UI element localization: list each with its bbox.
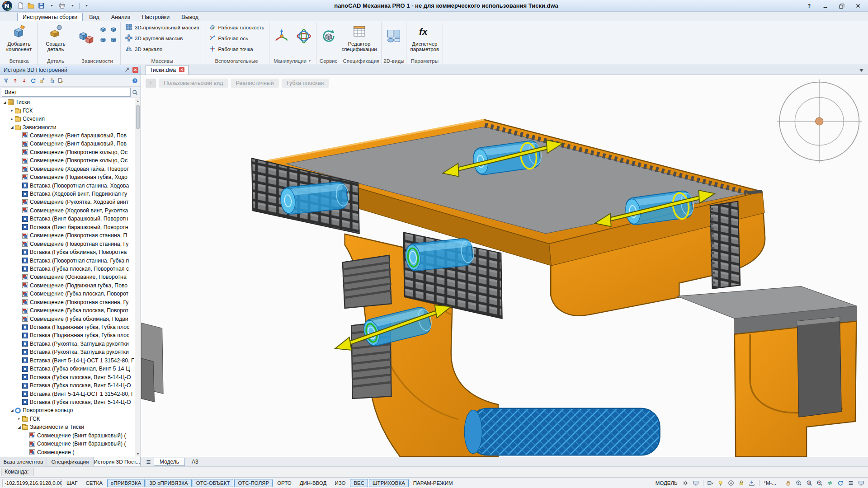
scroll-up-icon[interactable]: ▲ [135,98,141,104]
expand-icon[interactable]: ▸ [9,108,15,113]
settings-icon[interactable] [681,479,690,487]
constraint-type-2-button[interactable] [108,25,118,34]
viewport[interactable]: +Пользовательский видРеалистичныйГубка п… [141,75,868,457]
scale-list-icon[interactable] [706,479,715,487]
spec-editor-button[interactable]: Редактор спецификации [343,22,376,53]
collapse-icon[interactable]: ◢ [2,100,8,104]
save-dropdown[interactable] [47,1,57,10]
minimize-button[interactable] [817,1,834,11]
search-icon[interactable] [131,89,139,96]
status-toggle-вес[interactable]: ВЕС [350,479,368,487]
tree-item[interactable]: Вставка (Губка плоская, Винт 5-14-Ц-О [0,373,135,381]
print-dropdown[interactable] [67,1,77,10]
save-file-button[interactable] [36,1,46,10]
tree-item[interactable]: ◢Зависимости в Тиски [0,423,135,431]
model-jaw-plate-right[interactable] [710,202,740,289]
status-toggle-изо[interactable]: ИЗО [331,479,349,487]
lock-ui-icon[interactable] [737,479,746,487]
tree-item[interactable]: Совмещение (Основание, Поворотна [0,273,135,281]
move-down-button[interactable] [20,77,28,84]
command-history-icon[interactable] [846,479,855,487]
tree-item[interactable]: Вставка (Подвижная губка, Губка плос [0,331,135,339]
views-2d-button[interactable] [383,22,404,50]
tree-item[interactable]: ▸ГСК [0,415,135,423]
tree-item[interactable]: Совмещение (Поворотная станина, Гу [0,298,135,306]
status-toggle-опривязка[interactable]: оПРИВЯЗКА [107,479,145,487]
collapse-icon[interactable]: ◢ [9,125,15,129]
ribbon-tab-1[interactable]: Инструменты сборки [17,13,83,21]
tree-item[interactable]: Вставка (Винт 5-14-Ц-ОСТ 1 31542-80, Г [0,357,135,365]
close-tab-icon[interactable] [179,67,184,74]
tree-item[interactable]: Совмещение (Поворотная станина, Гу [0,239,135,248]
nanocad-logo[interactable] [2,0,13,11]
workspace-label[interactable]: *М-... [762,480,778,486]
tree-item[interactable]: ◢Зависимости [0,123,135,131]
tree-item[interactable]: Вставка (Губка обжимная, Поворотна [0,248,135,256]
tree-item[interactable]: Совмещение (Подвижная губка, Пово [0,282,135,290]
tree-item[interactable]: ◢Тиски [0,98,135,106]
work-plane-button[interactable]: Рабочая плоскость [206,22,267,33]
move-manipulator-button[interactable] [271,22,292,50]
add-component-button[interactable]: Добавить компонент [3,22,35,53]
close-button[interactable] [850,1,866,11]
tree-item[interactable]: Совмещение (Поворотное кольцо, Ос [0,156,135,164]
expand-icon[interactable]: ▸ [9,117,15,121]
tree-item[interactable]: Вставка (Винт барашковый, Поворотн [0,215,135,223]
command-input[interactable] [34,468,867,476]
array-polar-button[interactable]: 3D-круговой массив [123,33,202,44]
tree-item[interactable]: Вставка (Винт 5-14-Ц-ОСТ 1 31542-80, Г [0,389,135,398]
command-line[interactable]: Команда: [0,466,868,477]
view-name-button[interactable]: Пользовательский вид [159,79,228,88]
array-rect-button[interactable]: 3D-прямоугольный массив [123,22,202,33]
tree-item[interactable]: Совмещение ( [0,448,135,456]
search-input[interactable] [2,88,131,97]
annotation-visibility-icon[interactable] [716,479,726,487]
create-part-button[interactable]: Создать деталь [39,22,72,53]
status-toggle-дин-ввод[interactable]: ДИН-ВВОД [296,479,330,487]
tree-item[interactable]: Совмещение (Ходовой винт, Рукоятка [0,206,135,215]
refresh-button[interactable] [29,77,37,84]
status-toggle-отс-объект[interactable]: ОТС-ОБЪЕКТ [193,479,234,487]
collapse-icon[interactable]: ◢ [16,425,22,429]
pan-icon[interactable] [783,479,793,487]
filter-button[interactable] [2,77,10,84]
new-file-button[interactable] [15,1,25,10]
sheet-tab-1[interactable]: Модель [154,458,185,466]
tree-item[interactable]: Вставка (Губка плоская, Поворотная с [0,265,135,273]
add-view-button[interactable]: + [146,79,156,88]
ribbon-tab-4[interactable]: Настройки [137,13,175,21]
service-button[interactable] [318,22,339,50]
status-toggle-3d-опривязка[interactable]: 3D оПРИВЯЗКА [146,479,191,487]
regen-icon[interactable] [825,479,835,487]
model-shelf[interactable] [677,286,856,457]
tree-item[interactable]: Вставка (Губка обжимная, Винт 5-14-Ц [0,365,135,373]
sheet-tab-2[interactable]: А3 [186,458,204,466]
model-screw-wireframe[interactable] [464,408,660,455]
tree-item[interactable]: ▸Сечения [0,115,135,123]
constraint-type-4-button[interactable] [108,35,118,44]
ribbon-tab-5[interactable]: Вывод [176,13,204,21]
qat-customize-dropdown[interactable] [81,1,91,10]
ribbon-tab-2[interactable]: Вид [84,13,105,21]
zoom-extents-icon[interactable] [815,479,824,487]
tree-item[interactable]: Совмещение (Поворотная станина, П [0,231,135,239]
tree-scrollbar[interactable]: ▲ ▼ [135,98,141,457]
sheet-list-icon[interactable] [144,458,153,466]
status-toggle-отс-поляр[interactable]: ОТС-ПОЛЯР [234,479,273,487]
assembly-constraints-button[interactable] [76,22,97,50]
tree-item[interactable]: Совмещение (Губка обжимная, Подви [0,314,135,323]
tree-item[interactable]: ◢Поворотное кольцо [0,406,135,414]
constraint-type-3-button[interactable] [98,35,108,44]
model-space-button[interactable]: МОДЕЛЬ [653,480,680,486]
restore-button[interactable] [834,1,850,11]
pin-icon[interactable] [123,66,131,74]
notifications-icon[interactable] [747,479,757,487]
tree-item[interactable]: Совмещение (Подвижная губка, Ходо [0,173,135,181]
view-compass[interactable] [777,80,862,164]
tree-item[interactable]: Вставка (Поворотная станина, Ходова [0,181,135,189]
panel-tab-2[interactable]: Спецификация [47,457,94,466]
tree-item[interactable]: Совмещение (Винт барашковый) ( [0,432,135,440]
tree-item[interactable]: Вставка (Подвижная губка, Губка плос [0,323,135,331]
document-tab[interactable]: Тиски.dwa [146,65,189,75]
edit-button[interactable] [56,77,64,84]
